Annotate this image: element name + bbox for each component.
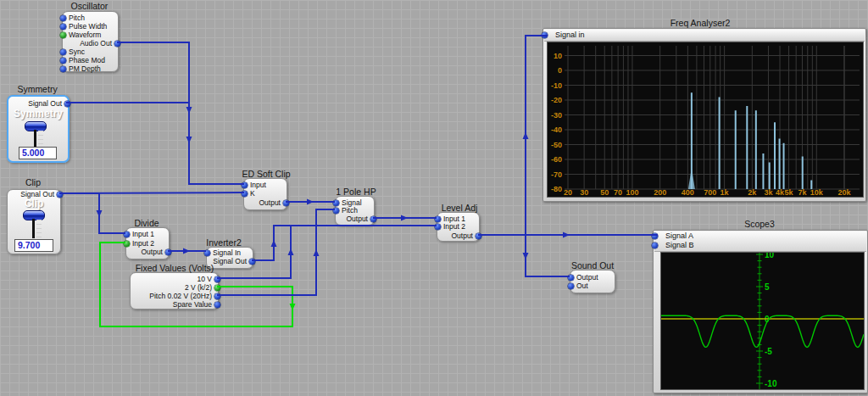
port-audio-out[interactable]: Audio Out [63,39,118,47]
port-phase-mod[interactable]: Phase Mod [63,56,118,64]
port-input-2[interactable]: Input 2 [437,222,479,231]
port-sync[interactable]: Sync [63,47,118,56]
svg-text:-40: -40 [551,125,562,134]
svg-text:5k: 5k [785,188,794,197]
module-symmetry[interactable]: Signal Out Symmetry 5.000 [7,95,70,163]
port-out[interactable]: Out [570,282,615,290]
port-dot[interactable] [60,32,66,38]
port-input-2[interactable]: Input 2 [126,239,169,248]
module-fixed-values[interactable]: 10 V 2 V (k/2) Pitch 0.02 V (20Hz) Spare… [130,272,219,310]
spectrum-display: 100-10-20-30-40-50-60-70-802030507010020… [547,42,864,198]
svg-text:-80: -80 [551,185,562,193]
port-dot[interactable] [333,208,339,214]
port-output[interactable]: Output [126,248,169,256]
port-dot[interactable] [214,276,220,282]
port-dot[interactable] [57,192,63,198]
scope-header[interactable]: Signal A Signal B [654,231,866,252]
port-dot[interactable] [476,233,481,239]
port-signal-a[interactable]: Signal A [654,231,866,241]
port-pm-depth[interactable]: PM Depth [63,64,118,73]
port-pitch[interactable]: Pitch [63,14,118,22]
port-spare-value[interactable]: Spare Value [131,300,218,309]
port-dot[interactable] [214,302,220,308]
port-output[interactable]: Output [244,198,287,207]
svg-text:-5: -5 [765,347,772,356]
port-input-1[interactable]: Input 1 [126,230,169,238]
port-dot[interactable] [114,41,120,47]
port-dot[interactable] [64,101,70,107]
port-dot[interactable] [652,233,658,239]
port-dot[interactable] [333,200,339,206]
port-signal-b[interactable]: Signal B [654,241,866,250]
module-title-symmetry: Symmetry [0,84,75,94]
svg-text:3k: 3k [764,188,773,197]
port-output[interactable]: Output [437,231,479,240]
module-title-inverter2: Inverter2 [200,237,248,248]
scope-plot: 1050-5-10 [661,253,864,389]
port-dot[interactable] [435,224,441,230]
port-dot[interactable] [124,231,130,237]
port-output[interactable]: Output [336,215,374,223]
port-dot[interactable] [283,200,289,206]
port-dot[interactable] [249,259,255,265]
port-dot[interactable] [214,293,220,299]
port-dot[interactable] [242,182,248,188]
freq-analyser-header[interactable]: Signal in [544,30,865,42]
value-readout[interactable]: 9.700 [14,239,53,252]
port-dot[interactable] [60,15,66,21]
port-pitch[interactable]: Pitch [336,206,374,215]
svg-text:2k: 2k [748,188,757,197]
port-dot[interactable] [370,216,376,222]
port-dot[interactable] [652,243,658,248]
port-dot[interactable] [242,191,248,197]
port-dot[interactable] [60,49,66,55]
module-scope3[interactable]: Signal A Signal B 1050-5-10 [653,230,868,393]
port-signal-in[interactable]: Signal In [207,248,253,257]
port-dot[interactable] [60,66,66,72]
port-output[interactable]: Output [570,273,615,282]
svg-text:20k: 20k [837,188,851,197]
svg-text:20: 20 [564,188,572,197]
module-1-pole-hp[interactable]: Signal Pitch Output [335,196,375,226]
port-signal-in[interactable]: Signal in [544,31,865,40]
port-dot[interactable] [214,285,220,291]
port-10v[interactable]: 10 V [131,275,218,283]
port-dot[interactable] [568,283,574,289]
port-dot[interactable] [60,58,66,64]
port-dot[interactable] [165,249,171,255]
port-k[interactable]: K [244,189,287,198]
module-sound-out[interactable]: Output Out [570,270,615,293]
svg-text:5: 5 [765,282,770,292]
port-pitch-002v[interactable]: Pitch 0.02 V (20Hz) [131,292,218,300]
value-readout[interactable]: 5.000 [19,147,57,159]
slider-stem[interactable] [32,219,35,238]
module-title-sound-out: Sound Out [570,260,615,271]
port-dot[interactable] [204,250,210,256]
module-oscillator[interactable]: Pitch Pulse Width Waveform Audio Out Syn… [62,11,119,72]
port-dot[interactable] [60,24,66,30]
port-input[interactable]: Input [244,181,287,189]
port-signal-out[interactable]: Signal Out [8,99,68,108]
module-divide[interactable]: Input 1 Input 2 Output [125,227,170,259]
module-clip[interactable]: Signal Out Clip 9.700 [7,189,61,254]
module-title-1-pole-hp: 1 Pole HP [333,187,379,197]
slider-stem[interactable] [34,130,36,148]
module-level-adj[interactable]: Input 1 Input 2 Output [437,212,480,242]
svg-text:7k: 7k [798,188,807,197]
port-dot[interactable] [568,275,574,281]
module-ed-soft-clip[interactable]: Input K Output [243,178,287,210]
module-title-ed-soft-clip: ED Soft Clip [240,169,292,179]
patch-canvas[interactable]: Oscillator Pitch Pulse Width Waveform Au… [0,0,868,396]
port-2v-k2[interactable]: 2 V (k/2) [131,283,218,292]
port-pulse-width[interactable]: Pulse Width [63,22,118,31]
module-title-oscillator: Oscillator [62,1,117,11]
port-waveform[interactable]: Waveform [63,31,118,39]
svg-text:-10: -10 [765,379,777,388]
port-dot[interactable] [124,241,130,247]
scope-display: 1050-5-10 [660,252,865,390]
port-dot[interactable] [542,32,548,38]
svg-text:400: 400 [682,188,694,197]
module-freq-analyser2[interactable]: Signal in 100-10-20-30-40-50-60-70-80203… [542,28,866,202]
port-dot[interactable] [435,216,441,222]
svg-text:10: 10 [554,52,562,60]
